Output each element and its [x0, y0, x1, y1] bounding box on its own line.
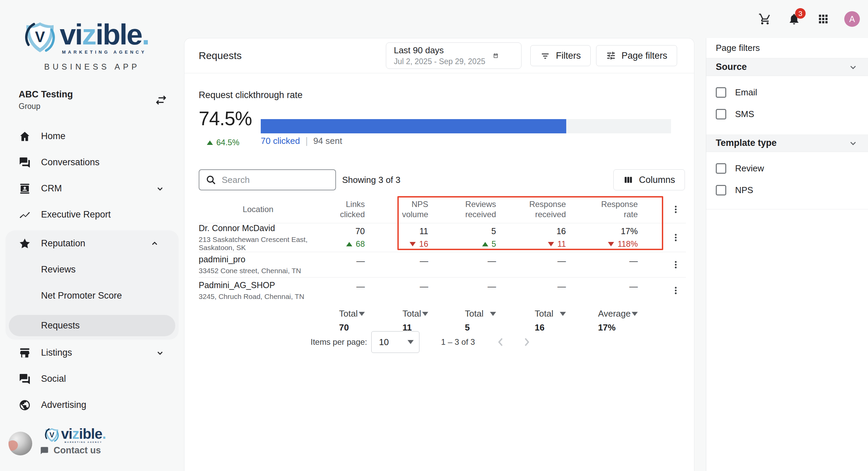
checkbox[interactable]: [716, 109, 726, 119]
column-header-reviews-received: Reviewsreceived: [428, 195, 496, 223]
calendar-icon: [485, 49, 498, 62]
chevron-up-icon: [150, 239, 159, 248]
arrow-down-icon: [548, 242, 554, 246]
columns-button[interactable]: Columns: [613, 169, 685, 190]
response-rate-cell: 17% 118%: [566, 223, 638, 252]
contact-us-link[interactable]: Contact us: [40, 445, 101, 456]
sidebar-item-advertising[interactable]: Advertising: [0, 392, 184, 418]
sent-label: 94 sent: [313, 136, 342, 146]
nps-volume-cell: —: [365, 252, 428, 277]
chat-bubbles-icon: [19, 373, 31, 385]
pagination: Items per page: 10 1 – 3 of 3: [311, 331, 533, 353]
sidebar: V vizible. MARKETING AGENCY BUSINESS APP…: [0, 0, 184, 471]
table-row[interactable]: Padmini_AG_SHOP 3245, Chruch Road, Chenn…: [199, 278, 686, 303]
search-input[interactable]: [222, 175, 323, 185]
caret-down-icon: [359, 312, 365, 316]
date-range-label: Last 90 days: [394, 45, 485, 56]
chevron-down-icon: [848, 62, 858, 72]
sidebar-item-conversations[interactable]: Conversations: [0, 149, 184, 175]
next-page-button[interactable]: [520, 336, 533, 348]
apps-grid-icon: [817, 13, 830, 25]
aggregate-response-received: Total 16: [496, 304, 566, 333]
sidebar-nav: Home Conversations CRM Executive Report …: [0, 123, 184, 418]
checkbox[interactable]: [716, 163, 726, 174]
aggregate-links-clicked: Total 70: [317, 304, 365, 333]
tune-icon: [606, 51, 622, 61]
aggregate-reviews-received: Total 5: [428, 304, 496, 333]
links-clicked-cell: —: [317, 278, 365, 303]
account-switcher[interactable]: ABC Testing Group: [19, 89, 168, 111]
brand-logo: V vizible. MARKETING AGENCY: [23, 20, 184, 55]
user-avatar[interactable]: A: [844, 11, 860, 27]
home-icon: [19, 130, 31, 143]
previous-page-button[interactable]: [495, 336, 507, 348]
filter-list-icon: [540, 51, 556, 61]
caret-down-icon: [422, 312, 428, 316]
aggregate-nps-volume: Total 11: [365, 304, 428, 333]
arrow-up-icon: [207, 140, 213, 145]
nps-volume-cell: 11 16: [365, 223, 428, 252]
progress-fill: [261, 119, 566, 133]
sidebar-item-net-promoter-score[interactable]: Net Promoter Score: [5, 283, 179, 309]
reviews-received-cell: 5 5: [428, 223, 496, 252]
sidebar-item-requests[interactable]: Requests: [9, 315, 175, 336]
contact-card-icon: [19, 183, 31, 195]
contact-avatar-image: [8, 432, 32, 455]
reputation-group: Reputation Reviews Net Promoter Score Re…: [5, 230, 179, 340]
sidebar-item-social[interactable]: Social: [0, 366, 184, 392]
response-received-cell: —: [496, 278, 566, 303]
filters-button[interactable]: Filters: [530, 45, 591, 66]
filter-option-review[interactable]: Review: [706, 157, 868, 179]
kebab-menu-icon[interactable]: [669, 231, 683, 244]
filter-option-email[interactable]: Email: [706, 81, 868, 103]
clicked-link[interactable]: 70 clicked: [261, 136, 300, 146]
sidebar-item-listings[interactable]: Listings: [0, 340, 184, 366]
page-filters-button[interactable]: Page filters: [596, 45, 677, 66]
sidebar-item-reviews[interactable]: Reviews: [5, 257, 179, 283]
arrow-up-icon: [346, 242, 352, 246]
filter-option-nps[interactable]: NPS: [706, 179, 868, 201]
account-type: Group: [19, 102, 73, 111]
reviews-received-cell: —: [428, 252, 496, 277]
search-box[interactable]: [199, 169, 336, 190]
date-range-picker[interactable]: Last 90 days Jul 2, 2025 - Sep 29, 2025: [386, 42, 521, 69]
table-row[interactable]: Dr. Connor McDavid 213 Saskatchewan Cres…: [199, 223, 686, 252]
swap-accounts-icon[interactable]: [154, 93, 168, 107]
caret-down-icon: [560, 312, 566, 316]
requests-table: Location Linksclicked NPSvolume Reviewsr…: [199, 195, 686, 333]
kebab-menu-icon[interactable]: [669, 203, 683, 216]
caret-down-icon: [408, 340, 414, 344]
checkbox[interactable]: [716, 185, 726, 195]
svg-text:V: V: [35, 29, 45, 45]
template-type-section-header[interactable]: Template type: [706, 134, 868, 152]
sidebar-item-executive-report[interactable]: Executive Report: [0, 202, 184, 228]
items-per-page-select[interactable]: 10: [371, 331, 419, 353]
location-cell: Padmini_AG_SHOP 3245, Chruch Road, Chenn…: [199, 278, 317, 303]
caret-down-icon: [490, 312, 496, 316]
source-options: Email SMS: [706, 76, 868, 128]
filter-option-sms[interactable]: SMS: [706, 103, 868, 125]
sidebar-item-crm[interactable]: CRM: [0, 175, 184, 202]
table-row[interactable]: padmini_pro 33452 Cone street, Chennai, …: [199, 252, 686, 278]
cart-icon: [758, 13, 771, 25]
template-type-options: Review NPS: [706, 152, 868, 204]
cart-button[interactable]: [757, 11, 773, 27]
source-section-header[interactable]: Source: [706, 58, 868, 76]
kebab-menu-icon[interactable]: [669, 284, 683, 297]
app-label: BUSINESS APP: [0, 62, 184, 72]
table-header-row: Location Linksclicked NPSvolume Reviewsr…: [199, 195, 686, 223]
notifications-button[interactable]: 3: [786, 11, 802, 27]
sidebar-footer: V vizible. MARKETING AGENCY Contact us: [0, 424, 184, 471]
clickthrough-progress-bar: [261, 119, 671, 133]
reviews-received-cell: —: [428, 278, 496, 303]
links-clicked-cell: 70 68: [317, 223, 365, 252]
sidebar-item-reputation[interactable]: Reputation: [5, 230, 179, 257]
kebab-menu-icon[interactable]: [669, 258, 683, 271]
column-header-location: Location: [199, 195, 317, 223]
brand-wordmark: vizible. MARKETING AGENCY: [60, 20, 149, 55]
clickthrough-summary: 70 clicked | 94 sent: [261, 135, 342, 146]
checkbox[interactable]: [716, 87, 726, 98]
topbar: 3 A: [757, 0, 860, 38]
sidebar-item-home[interactable]: Home: [0, 123, 184, 149]
apps-button[interactable]: [815, 11, 831, 27]
